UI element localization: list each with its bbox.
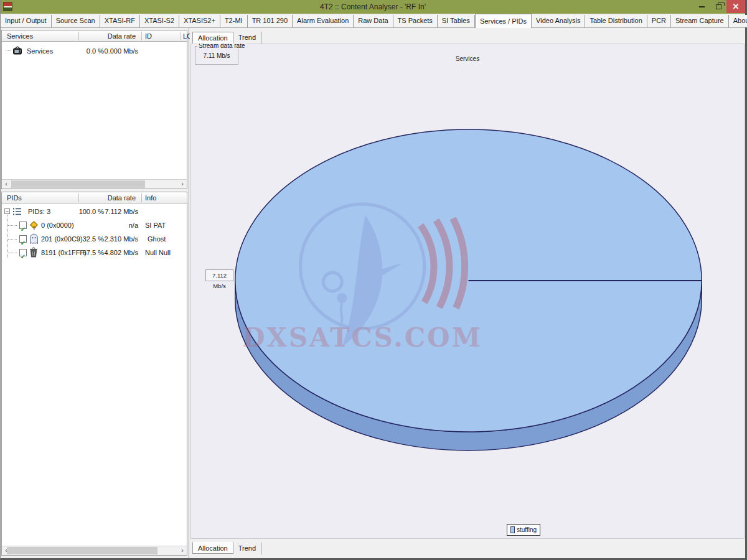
scroll-right-icon[interactable]: ›	[178, 180, 187, 189]
allocation-panel: Allocation Trend Stream data rate 7.11 M…	[190, 28, 745, 558]
tree-line	[8, 225, 17, 226]
pid-label: 0 (0x0000)	[41, 218, 74, 232]
pid-row-0[interactable]: ? 0 (0x0000) n/a SI PAT	[2, 218, 187, 232]
pid-row-201[interactable]: 201 (0x00C9) 32.5 % 2.310 Mb/s Ghost	[2, 232, 187, 246]
tab-stream-capture[interactable]: Stream Capture	[671, 15, 729, 27]
services-header: Services Data rate ID LC	[2, 30, 187, 42]
legend-swatch-stuffing	[510, 526, 515, 533]
tab-allocation-bottom[interactable]: Allocation	[192, 542, 233, 554]
allocation-top-tabs: Allocation Trend	[192, 32, 261, 44]
watermark-text: DXSATCS.COM	[242, 322, 482, 353]
tab-si-tables[interactable]: SI Tables	[438, 15, 475, 27]
main-tab-bar: Input / Output Source Scan XTASI-RF XTAS…	[1, 14, 745, 28]
services-row-percent: 0.0 %	[87, 44, 104, 58]
services-col-services[interactable]: Services	[7, 30, 33, 42]
minimize-button[interactable]	[694, 0, 709, 13]
allocation-chart-area: Stream data rate 7.11 Mb/s Services	[190, 44, 745, 539]
chart-legend[interactable]: stuffing	[507, 524, 540, 536]
pid-info: Ghost	[148, 232, 166, 246]
app-window: 4T2 :: Content Analyser - 'RF In' ✕ Inpu…	[0, 0, 747, 560]
tab-alarm-evaluation[interactable]: Alarm Evaluation	[293, 15, 354, 27]
services-col-datarate[interactable]: Data rate	[108, 30, 136, 42]
tab-tr-101-290[interactable]: TR 101 290	[248, 15, 293, 27]
pid-rate: n/a	[129, 218, 138, 232]
tab-video-analysis[interactable]: Video Analysis	[532, 15, 585, 27]
minimize-icon	[699, 6, 705, 7]
tree-line	[8, 239, 17, 240]
pid-row-8191[interactable]: 8191 (0x1FFF) 67.5 % 4.802 Mb/s Null Nul…	[2, 246, 187, 259]
pid-info: Null Null	[145, 246, 171, 259]
pids-root-label: PIDs: 3	[28, 205, 50, 218]
scrollbar-thumb[interactable]	[11, 180, 145, 188]
column-separator[interactable]	[187, 194, 187, 202]
tab-pcr[interactable]: PCR	[647, 15, 671, 27]
restore-button[interactable]	[710, 0, 726, 13]
stream-data-rate-groupbox: Stream data rate 7.11 Mb/s	[195, 46, 238, 65]
pids-header: PIDs Data rate Info	[2, 192, 187, 203]
services-list: Services 0.0 % 0.000 Mb/s	[2, 42, 187, 189]
scroll-right-icon[interactable]: ›	[178, 546, 187, 555]
column-separator[interactable]	[141, 32, 142, 40]
pid-label: 8191 (0x1FFF)	[41, 246, 87, 259]
pid-checkbox[interactable]	[19, 249, 27, 256]
tab-xtasi-rf[interactable]: XTASI-RF	[100, 15, 140, 27]
column-separator[interactable]	[181, 32, 181, 40]
tab-xtasis2plus[interactable]: XTASIS2+	[179, 15, 220, 27]
left-column: Services Data rate ID LC	[1, 28, 189, 558]
tab-trend-bottom[interactable]: Trend	[233, 543, 261, 554]
pid-percent: 32.5 %	[83, 232, 104, 246]
services-col-id[interactable]: ID	[145, 30, 152, 42]
close-icon: ✕	[733, 2, 740, 11]
scrollbar-thumb[interactable]	[7, 547, 157, 554]
pids-col-pids[interactable]: PIDs	[7, 192, 22, 203]
tab-raw-data[interactable]: Raw Data	[354, 15, 393, 27]
tab-t2-mi[interactable]: T2-MI	[220, 15, 248, 27]
question-diamond-icon: ?	[30, 221, 39, 230]
pid-label: 201 (0x00C9)	[41, 232, 83, 246]
services-row-label: Services	[27, 44, 53, 58]
pid-info: SI PAT	[145, 218, 166, 232]
window-title: 4T2 :: Content Analyser - 'RF In'	[1, 0, 745, 14]
services-row[interactable]: Services 0.0 % 0.000 Mb/s	[2, 44, 187, 58]
pid-rate: 4.802 Mb/s	[105, 246, 138, 259]
pids-root-row[interactable]: PIDs: 3 100.0 % 7.112 Mb/s	[2, 205, 187, 218]
watermark-figure	[337, 293, 347, 303]
tab-services-pids[interactable]: Services / PIDs	[475, 14, 532, 28]
pids-hscrollbar[interactable]: ‹ ›	[2, 546, 187, 555]
tab-input-output[interactable]: Input / Output	[1, 15, 52, 27]
pids-col-info[interactable]: Info	[145, 192, 156, 203]
pie-total-callout: 7.112 Mb/s	[205, 269, 233, 281]
tab-about[interactable]: About	[729, 15, 747, 27]
column-separator[interactable]	[141, 194, 142, 202]
ghost-icon	[29, 233, 39, 245]
pid-checkbox[interactable]	[19, 235, 27, 243]
column-separator[interactable]	[78, 194, 79, 202]
tab-allocation-top[interactable]: Allocation	[192, 32, 233, 44]
tab-xtasi-s2[interactable]: XTASI-S2	[140, 15, 179, 27]
pids-col-datarate[interactable]: Data rate	[108, 192, 136, 203]
tab-ts-packets[interactable]: TS Packets	[393, 15, 438, 27]
tab-source-scan[interactable]: Source Scan	[52, 15, 100, 27]
services-pie-chart[interactable]: DXSATCS.COM	[191, 44, 744, 538]
services-row-rate: 0.000 Mb/s	[105, 44, 138, 58]
tree-line	[6, 50, 11, 51]
pid-list-icon	[12, 207, 22, 217]
scroll-left-icon[interactable]: ‹	[2, 180, 11, 189]
services-panel: Services Data rate ID LC	[1, 30, 187, 189]
tree-line	[8, 253, 17, 253]
tab-table-distribution[interactable]: Table Distribution	[585, 15, 647, 27]
services-hscrollbar[interactable]: ‹ ›	[2, 179, 187, 189]
collapse-expander-icon[interactable]	[4, 208, 10, 214]
column-separator[interactable]	[78, 32, 79, 40]
stream-data-rate-value: 7.11 Mb/s	[195, 52, 238, 59]
pids-root-percent: 100.0 %	[79, 205, 104, 218]
pid-checkbox[interactable]	[19, 222, 27, 229]
title-bar: 4T2 :: Content Analyser - 'RF In' ✕	[1, 0, 745, 14]
pids-root-rate: 7.112 Mb/s	[105, 205, 138, 218]
close-button[interactable]: ✕	[726, 0, 745, 13]
trash-icon	[29, 247, 38, 258]
legend-label-stuffing: stuffing	[517, 526, 537, 533]
tab-trend-top[interactable]: Trend	[233, 32, 261, 44]
pid-percent: 67.5 %	[83, 246, 104, 259]
pid-rate: 2.310 Mb/s	[105, 232, 138, 246]
